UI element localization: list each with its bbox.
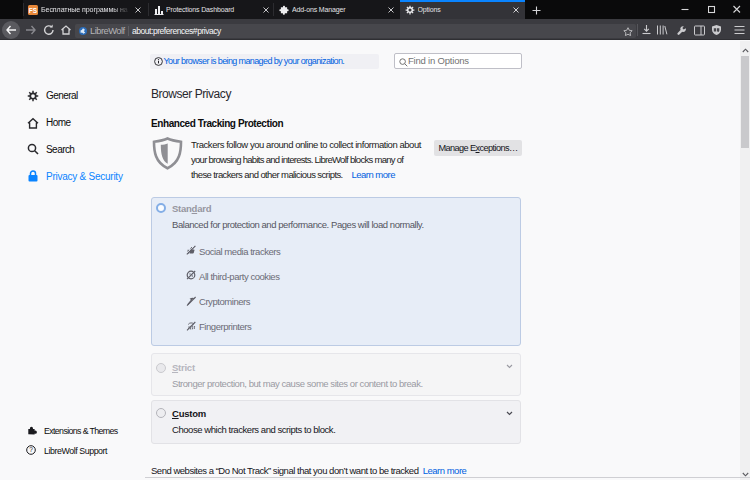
svg-text:FS: FS — [29, 7, 38, 14]
svg-text:?: ? — [29, 446, 33, 453]
